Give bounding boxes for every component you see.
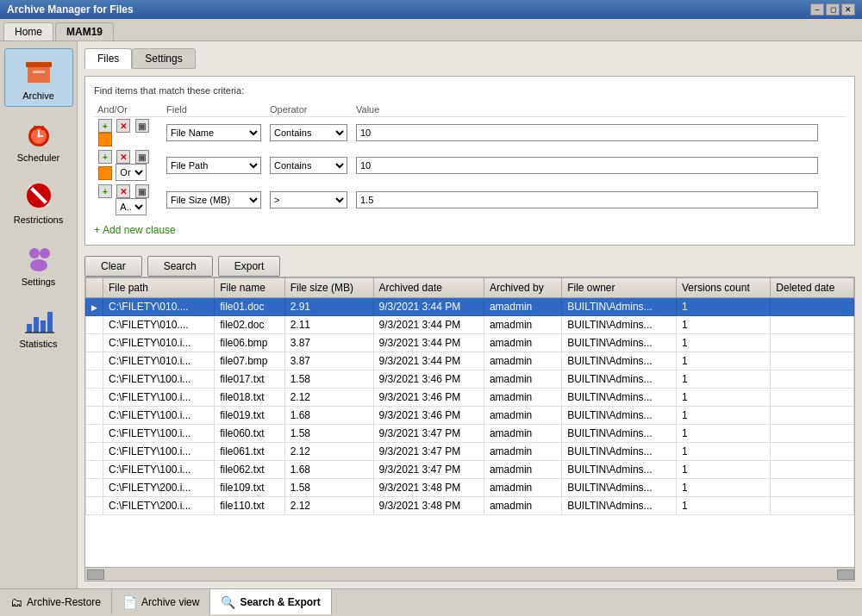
criteria-row: + ✕ ▣ File NameContains bbox=[94, 117, 846, 149]
table-row[interactable]: C:\FILETY\010....file02.doc2.119/3/2021 … bbox=[86, 316, 854, 334]
column-header-1: File path bbox=[103, 278, 215, 298]
minimize-button[interactable]: – bbox=[810, 3, 824, 16]
operator-select[interactable]: Contains bbox=[270, 124, 347, 141]
table-row[interactable]: C:\FILETY\100.i...file019.txt1.689/3/202… bbox=[86, 407, 854, 425]
add-clause-label: Add new clause bbox=[103, 224, 176, 236]
clear-button[interactable]: Clear bbox=[84, 256, 142, 277]
table-row[interactable]: ▶C:\FILETY\010....file01.doc2.919/3/2021… bbox=[86, 298, 854, 316]
title-bar: Archive Manager for Files – ◻ ✕ bbox=[0, 0, 862, 19]
tab-settings[interactable]: Settings bbox=[132, 48, 195, 69]
column-header-5: Archived by bbox=[484, 278, 561, 298]
export-button[interactable]: Export bbox=[218, 256, 281, 277]
tab-home[interactable]: Home bbox=[3, 22, 53, 40]
status-tab-archive-view[interactable]: 📄 Archive view bbox=[112, 589, 210, 614]
cell-1: C:\FILETY\200.i... bbox=[103, 497, 215, 515]
copy-row-button[interactable]: ▣ bbox=[135, 119, 149, 133]
table-row[interactable]: C:\FILETY\100.i...file061.txt2.129/3/202… bbox=[86, 443, 854, 461]
results-table-wrap[interactable]: File pathFile nameFile size (MB)Archived… bbox=[85, 277, 854, 567]
cell-8 bbox=[771, 479, 854, 497]
horizontal-scrollbar[interactable] bbox=[85, 567, 854, 581]
cell-8 bbox=[771, 370, 854, 389]
table-row[interactable]: C:\FILETY\100.i...file017.txt1.589/3/202… bbox=[86, 370, 854, 389]
add-row-button[interactable]: + bbox=[98, 184, 112, 198]
value-input[interactable] bbox=[356, 191, 818, 208]
cell-8 bbox=[771, 389, 854, 407]
value-input[interactable] bbox=[356, 124, 818, 141]
status-tab-archive-restore[interactable]: 🗂 Archive-Restore bbox=[0, 589, 112, 614]
column-header-7: Versions count bbox=[677, 278, 771, 298]
cell-6: BUILTIN\Admins... bbox=[562, 443, 677, 461]
svg-rect-2 bbox=[33, 71, 45, 73]
add-row-button[interactable]: + bbox=[98, 119, 112, 133]
sidebar-item-settings[interactable]: Settings bbox=[4, 234, 73, 293]
archive-icon bbox=[22, 54, 56, 89]
highlight-button[interactable] bbox=[98, 166, 112, 180]
cell-2: file018.txt bbox=[215, 389, 284, 407]
svg-point-15 bbox=[30, 259, 47, 271]
cell-7: 1 bbox=[677, 461, 771, 479]
sidebar-label-settings: Settings bbox=[22, 277, 56, 287]
status-tab-search-export[interactable]: 🔍 Search & Export bbox=[210, 589, 331, 614]
tab-files[interactable]: Files bbox=[84, 48, 132, 69]
table-row[interactable]: C:\FILETY\200.i...file109.txt1.589/3/202… bbox=[86, 479, 854, 497]
cell-4: 9/3/2021 3:48 PM bbox=[373, 479, 484, 497]
sidebar-item-scheduler[interactable]: Scheduler bbox=[4, 110, 73, 169]
cell-6: BUILTIN\Admins... bbox=[562, 316, 677, 334]
header-andor: And/Or bbox=[94, 103, 163, 117]
restore-button[interactable]: ◻ bbox=[826, 3, 840, 16]
table-row[interactable]: C:\FILETY\100.i...file018.txt2.129/3/202… bbox=[86, 389, 854, 407]
andor-select[interactable]: Or bbox=[116, 164, 147, 181]
cell-0 bbox=[86, 316, 103, 334]
search-panel: Find items that match these criteria: An… bbox=[84, 76, 855, 246]
archive-restore-icon: 🗂 bbox=[10, 595, 22, 609]
search-button[interactable]: Search bbox=[147, 256, 213, 277]
cell-3: 1.68 bbox=[284, 407, 373, 425]
table-row[interactable]: C:\FILETY\100.i...file060.txt1.589/3/202… bbox=[86, 425, 854, 443]
field-select[interactable]: File Name bbox=[166, 124, 261, 141]
cell-4: 9/3/2021 3:48 PM bbox=[373, 497, 484, 515]
svg-rect-8 bbox=[34, 126, 36, 130]
tab-mam19[interactable]: MAM19 bbox=[55, 22, 114, 40]
highlight-button[interactable] bbox=[98, 133, 112, 146]
operator-select[interactable]: > bbox=[270, 191, 347, 208]
criteria-label: Find items that match these criteria: bbox=[94, 85, 846, 96]
header-field: Field bbox=[163, 103, 266, 117]
add-row-button[interactable]: + bbox=[98, 150, 112, 164]
close-button[interactable]: ✕ bbox=[841, 3, 855, 16]
sidebar-item-statistics[interactable]: Statistics bbox=[4, 296, 73, 355]
cell-2: file019.txt bbox=[215, 407, 284, 425]
column-header-2: File name bbox=[215, 278, 284, 298]
svg-rect-16 bbox=[27, 324, 32, 333]
operator-select[interactable]: Contains bbox=[270, 157, 347, 174]
field-select[interactable]: File Size (MB) bbox=[166, 191, 261, 208]
andor-select[interactable]: A... bbox=[116, 198, 147, 215]
column-header-6: File owner bbox=[562, 278, 677, 298]
table-row[interactable]: C:\FILETY\200.i...file110.txt2.129/3/202… bbox=[86, 497, 854, 515]
cell-6: BUILTIN\Admins... bbox=[562, 497, 677, 515]
cell-4: 9/3/2021 3:46 PM bbox=[373, 407, 484, 425]
remove-row-button[interactable]: ✕ bbox=[116, 119, 130, 133]
header-value: Value bbox=[353, 103, 846, 117]
cell-3: 1.68 bbox=[284, 461, 373, 479]
cell-0 bbox=[86, 407, 103, 425]
sidebar-item-restrictions[interactable]: Restrictions bbox=[4, 172, 73, 231]
table-row[interactable]: C:\FILETY\010.i...file07.bmp3.879/3/2021… bbox=[86, 352, 854, 370]
copy-row-button[interactable]: ▣ bbox=[135, 184, 149, 198]
table-row[interactable]: C:\FILETY\100.i...file062.txt1.689/3/202… bbox=[86, 461, 854, 479]
value-input[interactable] bbox=[356, 157, 818, 174]
field-select[interactable]: File Path bbox=[166, 157, 261, 174]
remove-row-button[interactable]: ✕ bbox=[116, 150, 130, 164]
table-row[interactable]: C:\FILETY\010.i...file06.bmp3.879/3/2021… bbox=[86, 334, 854, 352]
copy-row-button[interactable]: ▣ bbox=[135, 150, 149, 164]
remove-row-button[interactable]: ✕ bbox=[116, 184, 130, 198]
cell-7: 1 bbox=[677, 316, 771, 334]
cell-8 bbox=[771, 407, 854, 425]
sidebar-item-archive[interactable]: Archive bbox=[4, 48, 73, 107]
add-clause-button[interactable]: + Add new clause bbox=[94, 224, 176, 236]
cell-8 bbox=[771, 334, 854, 352]
cell-5: amadmin bbox=[484, 461, 561, 479]
cell-6: BUILTIN\Admins... bbox=[562, 425, 677, 443]
cell-0 bbox=[86, 461, 103, 479]
cell-5: amadmin bbox=[484, 479, 561, 497]
cell-8 bbox=[771, 461, 854, 479]
